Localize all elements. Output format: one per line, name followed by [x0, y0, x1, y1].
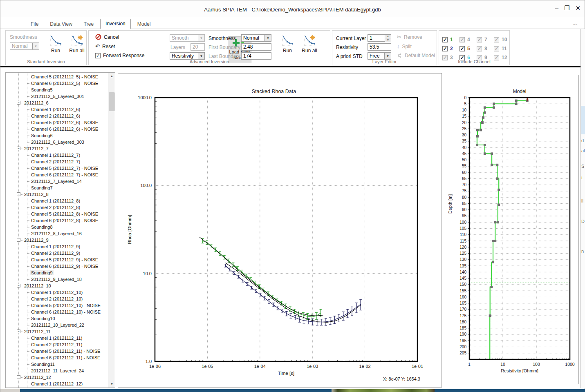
tree-item[interactable]: Channel 1 (20121112_6) [6, 106, 108, 113]
rhoa-chart[interactable]: Stacked Rhoa Data1000.0100.010.01.01e-06… [118, 74, 442, 387]
tab-tree[interactable]: Tree [79, 20, 99, 29]
tree-item[interactable]: Channel 6 (20121112_9) - NOISE [6, 263, 108, 270]
run-all-button[interactable]: Run all [68, 35, 86, 53]
tree-item[interactable]: Channel 6 (20121112_8) - NOISE [6, 217, 108, 224]
maximize-button[interactable]: ❐ [564, 4, 569, 12]
tree-item[interactable]: Channel 5 (20121112_7) - NOISE [6, 165, 108, 172]
tree-item[interactable]: Channel 6 (20121112_11) - NOISE [6, 354, 108, 361]
tree-item[interactable]: Channel 1 (20121112_10) [6, 289, 108, 296]
tree-item[interactable]: −20121112_12 [6, 374, 108, 381]
tree-item-label: Channel 6 (20121112_11) - NOISE [30, 355, 101, 360]
ribbon-collapse-icon[interactable]: ︿ [573, 20, 578, 27]
tree-item[interactable]: −20121112_8 [6, 191, 108, 198]
scroll-down-arrow[interactable]: ▼ [108, 381, 115, 388]
tree-item[interactable]: −20121112_7 [6, 145, 108, 152]
tree-item[interactable]: Sounding6 [6, 132, 108, 139]
tree-item[interactable]: Channel 2 (20121112_7) [6, 158, 108, 165]
scroll-up-arrow[interactable]: ▲ [108, 73, 115, 80]
tree-item[interactable]: 20121112_6_Layered_303 [6, 139, 108, 145]
tree-item[interactable]: Channel 1 (20121112_7) [6, 152, 108, 158]
tree-item[interactable]: Channel 5 (20121112_9) - NOISE [6, 256, 108, 263]
tree-item[interactable]: Sounding10 [6, 315, 108, 322]
scrollbar-thumb[interactable] [109, 92, 115, 111]
tree-item[interactable]: Channel 1 (20121112_11) [6, 335, 108, 341]
adv-run-button[interactable]: Run [278, 35, 296, 53]
tree-item[interactable]: Channel 1 (20121112_12) [6, 381, 108, 387]
tree-item[interactable]: Channel 5 (20121112_6) - NOISE [6, 119, 108, 126]
tree-item[interactable]: Channel 5 (20121112_10) - NOISE [6, 302, 108, 309]
tree-item-label: 20121112_11 [23, 329, 52, 334]
current-layer-spinner[interactable]: 1 ▲▼ [368, 34, 391, 42]
include-channel-2[interactable]: ✓2 [442, 46, 459, 51]
tree-item[interactable]: 20121112_7_Layered_14 [6, 178, 108, 185]
tree-item[interactable]: −20121112_11 [6, 328, 108, 335]
adv-smoothness-dropdown[interactable]: Normal▼ [241, 34, 271, 42]
tree-item[interactable]: Channel 2 (20121112_8) [6, 204, 108, 211]
tree-item[interactable]: Channel 2 (20121112_10) [6, 296, 108, 302]
tree-item[interactable]: Sounding5 [6, 87, 108, 93]
include-channel-1[interactable]: ✓1 [442, 37, 459, 42]
model-chart-panel[interactable]: Model05101520253035404550556065707580859… [445, 75, 579, 384]
tree-item[interactable]: Sounding8 [6, 224, 108, 230]
forward-response-checkbox[interactable]: ✓ Forward Response [95, 53, 144, 58]
rhoa-chart-panel[interactable]: Stacked Rhoa Data1000.0100.010.01.01e-06… [118, 73, 442, 388]
tree-item[interactable]: Sounding9 [6, 270, 108, 276]
tree-item[interactable]: 20121112_8_Layered_16 [6, 230, 108, 237]
minimize-button[interactable]: – [555, 4, 558, 12]
run-button[interactable]: Run [47, 35, 65, 53]
adv-smoothness-label: Smoothness [208, 36, 236, 41]
tab-file[interactable]: File [26, 20, 43, 29]
tab-model[interactable]: Model [132, 20, 156, 29]
first-boundary-input[interactable]: 2.48 [241, 43, 271, 51]
tree-item[interactable]: Channel 2 (20121112_9) [6, 250, 108, 256]
tree-item[interactable]: Sounding7 [6, 185, 108, 191]
close-button[interactable]: ✕ [575, 4, 581, 12]
tree-item[interactable]: Channel 2 (20121112_11) [6, 341, 108, 348]
tree-collapse-icon[interactable]: − [17, 284, 20, 287]
tree-item[interactable]: Channel 6 (20121112_7) - NOISE [6, 172, 108, 178]
reset-button[interactable]: ↶ Reset [95, 43, 115, 49]
tree-item[interactable]: Channel 5 (20121112_8) - NOISE [6, 211, 108, 217]
checkbox-icon[interactable]: ✓ [459, 46, 465, 51]
tree-item[interactable]: 20121112_11_Layered_24 [6, 368, 108, 374]
tree-item[interactable]: Channel 6 (20121112_6) - NOISE [6, 126, 108, 132]
tab-inversion[interactable]: Inversion [100, 19, 131, 29]
parameter-dropdown[interactable]: Resistivity▼ [170, 52, 205, 60]
tree-item[interactable]: Channel 6 (20121112_10) - NOISE [6, 309, 108, 315]
tree-item[interactable]: Channel 2 (20121112_6) [6, 113, 108, 119]
chart-text: 5 [464, 102, 466, 106]
tree-item[interactable]: −20121112_10 [6, 283, 108, 289]
tree-item[interactable]: −20121112_9 [6, 237, 108, 243]
tree-item[interactable]: Sounding11 [6, 361, 108, 368]
tree-collapse-icon[interactable]: − [17, 330, 20, 333]
chart-text: 175 [459, 314, 466, 318]
checkbox-icon[interactable]: ✓ [442, 37, 448, 42]
tree-item[interactable]: 20121112_5_Layered_301 [6, 93, 108, 100]
tree-item[interactable]: Channel 6 (20121112_5) - NOISE [6, 80, 108, 87]
tree-scrollbar[interactable]: ▲ ▼ [108, 73, 115, 388]
cancel-button[interactable]: Cancel [95, 34, 119, 40]
tree-item[interactable]: −20121112_6 [6, 100, 108, 106]
checkbox-icon[interactable]: ✓ [442, 46, 448, 51]
tree-collapse-icon[interactable]: − [17, 101, 20, 105]
tree-item[interactable]: Channel 1 (20121112_9) [6, 243, 108, 250]
model-chart[interactable]: Model05101520253035404550556065707580859… [445, 75, 578, 384]
tree-item[interactable]: Channel 5 (20121112_5) - NOISE [6, 74, 108, 80]
tree-item[interactable]: 20121112_10_Layered_22 [6, 322, 108, 328]
layer-resistivity-input[interactable]: 53.5 [368, 43, 391, 51]
tab-data-view[interactable]: Data View [45, 20, 77, 29]
tree-item[interactable]: 20121112_9_Layered_18 [6, 276, 108, 283]
tree-collapse-icon[interactable]: − [17, 238, 20, 242]
tree-connector [27, 142, 30, 143]
last-boundary-input[interactable]: 174 [241, 52, 271, 60]
tree-collapse-icon[interactable]: − [17, 147, 20, 150]
spinner-arrows[interactable]: ▲▼ [385, 35, 391, 42]
include-channel-5[interactable]: ✓5 [459, 46, 477, 51]
tree-collapse-icon[interactable]: − [17, 375, 20, 379]
chart-text: 65 [462, 176, 467, 181]
tree-item[interactable]: Channel 1 (20121112_8) [6, 198, 108, 204]
a-priori-std-dropdown[interactable]: Free▼ [368, 52, 391, 60]
tree-collapse-icon[interactable]: − [17, 192, 20, 196]
adv-run-all-button[interactable]: Run all [300, 35, 318, 53]
tree-item[interactable]: Channel 5 (20121112_11) - NOISE [6, 348, 108, 354]
